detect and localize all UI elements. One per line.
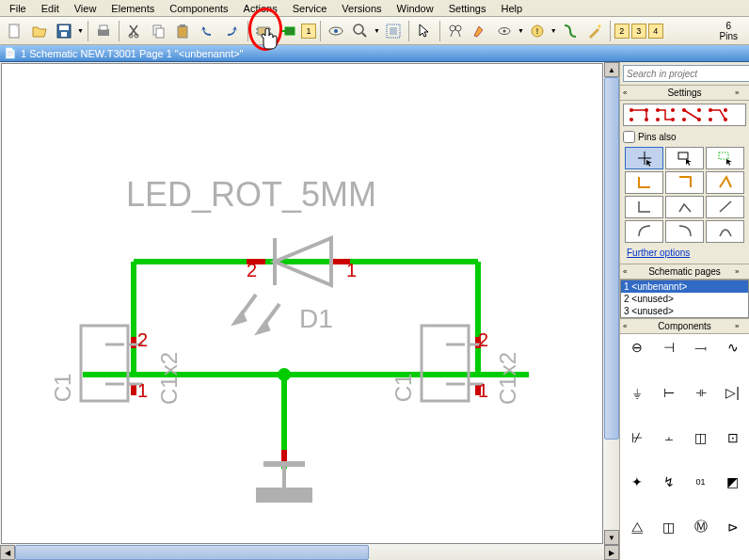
svg-line-27 xyxy=(458,31,460,37)
comp-cap2-icon[interactable]: ⟛ xyxy=(685,380,716,405)
paste-button[interactable] xyxy=(172,20,195,42)
menu-file[interactable]: File xyxy=(2,1,34,16)
settings-header[interactable]: « Settings » xyxy=(620,85,749,101)
pins-also-checkbox[interactable]: Pins also xyxy=(623,129,746,145)
menu-help[interactable]: Help xyxy=(493,1,530,16)
comp-crystal-icon[interactable]: ⊡ xyxy=(717,425,748,450)
comp-inductor-icon[interactable]: ∿ xyxy=(717,335,748,360)
find-button[interactable] xyxy=(444,20,467,42)
comp-ground-icon[interactable]: ⏚ xyxy=(621,380,652,405)
menu-edit[interactable]: Edit xyxy=(34,1,67,16)
schematic-pages-header[interactable]: « Schematic pages » xyxy=(620,264,749,280)
scroll-left-button[interactable]: ◀ xyxy=(0,545,15,560)
chevron-right-icon: » xyxy=(735,322,746,330)
tool-line3[interactable] xyxy=(706,196,744,218)
drc-button[interactable]: ! xyxy=(526,20,549,42)
component-button[interactable] xyxy=(252,20,275,42)
autoroute-button[interactable] xyxy=(559,20,582,42)
visibility-button[interactable] xyxy=(493,20,516,42)
tool-line2[interactable] xyxy=(665,196,704,218)
chevron-left-icon: « xyxy=(623,322,634,330)
comp-cap-icon[interactable]: ⊢ xyxy=(653,380,684,405)
further-options-link[interactable]: Further options xyxy=(623,245,746,261)
tool-line1[interactable] xyxy=(625,196,663,218)
scroll-down-button[interactable]: ▼ xyxy=(604,530,619,545)
schematic-canvas[interactable]: LED_ROT_5MM D1 2 1 C1 C1x2 2 1 C1 C1x2 2… xyxy=(1,63,603,544)
copy-button[interactable] xyxy=(148,20,170,42)
components-header[interactable]: « Components » xyxy=(620,318,749,334)
tool-curve2[interactable] xyxy=(665,220,704,243)
wizard-button[interactable] xyxy=(583,20,606,42)
svg-rect-5 xyxy=(100,25,107,30)
zoom-area-button[interactable] xyxy=(382,20,405,42)
svg-point-20 xyxy=(354,24,363,34)
menu-view[interactable]: View xyxy=(67,1,104,16)
open-button[interactable] xyxy=(28,20,51,42)
tool-angle1[interactable] xyxy=(625,171,663,194)
zoom-button[interactable] xyxy=(349,20,372,42)
net-style-1[interactable] xyxy=(628,106,650,123)
svg-point-25 xyxy=(455,25,461,31)
comp-diode2-icon[interactable]: ▷| xyxy=(717,380,748,405)
scroll-up-button[interactable]: ▲ xyxy=(604,62,619,77)
new-button[interactable] xyxy=(4,20,26,42)
tool-cursor-rect[interactable] xyxy=(665,147,704,169)
comp-resistor-icon[interactable]: ⊖ xyxy=(621,335,652,360)
svg-rect-9 xyxy=(156,28,164,38)
comp-transistor-icon[interactable]: ⊬ xyxy=(621,425,652,450)
comp-varicap-icon[interactable]: ◫ xyxy=(685,425,716,450)
comp-resistor2-icon[interactable]: ⟞ xyxy=(685,335,716,360)
undo-button[interactable] xyxy=(197,20,219,42)
svg-rect-3 xyxy=(61,32,67,37)
search-input[interactable] xyxy=(623,65,749,82)
comp-connector-icon[interactable]: ◩ xyxy=(717,470,748,494)
cut-button[interactable] xyxy=(123,20,146,42)
menu-components[interactable]: Components xyxy=(162,1,235,16)
page-2-button[interactable]: 2 xyxy=(614,24,629,39)
net-style-3[interactable] xyxy=(680,106,703,123)
comp-ic-icon[interactable]: 01 xyxy=(685,470,716,494)
net-style-4[interactable] xyxy=(707,106,729,123)
vertical-scrollbar[interactable]: ▲ ▼ xyxy=(604,62,619,545)
page-1-button[interactable]: 1 xyxy=(301,24,316,39)
redo-button[interactable] xyxy=(221,20,244,42)
highlight-button[interactable] xyxy=(469,20,491,42)
page-row[interactable]: 1 <unbenannt> xyxy=(621,280,748,293)
net-style-2[interactable] xyxy=(654,106,677,123)
page-3-button[interactable]: 3 xyxy=(631,24,646,39)
page-row[interactable]: 3 <unused> xyxy=(621,305,748,317)
label-c1-right: C1 xyxy=(390,374,417,403)
comp-zener-icon[interactable]: ⫠ xyxy=(653,425,684,450)
comp-opamp-icon[interactable]: ⊳ xyxy=(717,515,748,539)
menu-actions[interactable]: Actions xyxy=(236,1,285,16)
menu-elements[interactable]: Elements xyxy=(104,1,162,16)
menu-settings[interactable]: Settings xyxy=(441,1,494,16)
comp-diode-icon[interactable]: ⊣ xyxy=(653,335,684,360)
tool-angle3[interactable] xyxy=(706,171,744,194)
chevron-right-icon: » xyxy=(735,267,746,276)
tool-cursor-cross[interactable] xyxy=(625,147,663,169)
pcb-button[interactable] xyxy=(277,20,299,42)
tool-angle2[interactable] xyxy=(665,171,704,194)
select-button[interactable] xyxy=(413,20,436,42)
component-title: LED_ROT_5MM xyxy=(126,175,376,215)
eye-button[interactable] xyxy=(325,20,347,42)
horizontal-scrollbar[interactable]: ◀ ▶ xyxy=(0,545,619,560)
page-4-button[interactable]: 4 xyxy=(648,24,663,39)
comp-motor-icon[interactable]: Ⓜ xyxy=(685,515,716,539)
menu-versions[interactable]: Versions xyxy=(334,1,389,16)
scroll-right-button[interactable]: ▶ xyxy=(604,545,619,560)
page-row[interactable]: 2 <unused> xyxy=(621,293,748,305)
print-button[interactable] xyxy=(92,20,115,42)
save-button[interactable] xyxy=(53,20,75,42)
comp-photo-icon[interactable]: ↯ xyxy=(653,470,684,494)
tool-curve3[interactable] xyxy=(706,220,744,243)
tool-curve1[interactable] xyxy=(625,220,663,243)
svg-rect-12 xyxy=(258,27,269,35)
comp-led-icon[interactable]: ✦ xyxy=(621,470,652,494)
comp-switch-icon[interactable]: ⧋ xyxy=(621,515,652,539)
tool-cursor-rect-dash[interactable] xyxy=(706,147,744,169)
menu-service[interactable]: Service xyxy=(285,1,335,16)
comp-relay-icon[interactable]: ◫ xyxy=(653,515,684,539)
menu-window[interactable]: Window xyxy=(390,1,441,16)
